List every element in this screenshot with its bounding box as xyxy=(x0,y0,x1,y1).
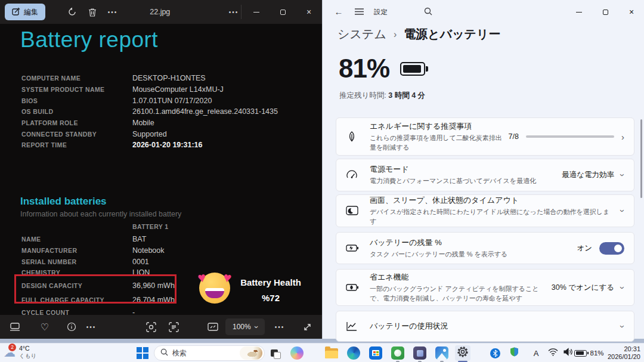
hamburger-menu-icon[interactable] xyxy=(350,2,368,20)
eco-battery-icon xyxy=(346,283,360,292)
battery-icon xyxy=(400,62,425,76)
start-button[interactable] xyxy=(135,345,150,361)
page-title: 電源とバッテリー xyxy=(404,26,500,42)
power-mode-dropdown[interactable]: › xyxy=(618,174,627,177)
battery-tray-percent: 81% xyxy=(590,349,603,357)
estimate-label: 推定残り時間: xyxy=(339,91,386,100)
titlebar-divider xyxy=(241,5,242,19)
photos-window: 編集 ••• 22.jpg ••• × Batte xyxy=(0,0,322,339)
card-title: 省エネ機能 xyxy=(370,272,546,283)
taskbar-search-box[interactable]: 検索 xyxy=(154,345,265,361)
battery-column-header: BATTERY 1 xyxy=(132,223,169,230)
energy-saver-setting: 30% でオンにする xyxy=(552,283,614,293)
chevron-down-icon: › xyxy=(252,326,260,328)
purple-app-icon xyxy=(413,346,426,360)
clock[interactable]: 20:31 2026/01/20 xyxy=(608,345,640,361)
screen-timeout-icon xyxy=(346,206,360,216)
edge-button[interactable] xyxy=(346,345,361,361)
card-energy-recommendations[interactable]: エネルギーに関する推奨事項 これらの推奨事項を適用して二酸化炭素排出量を削減する… xyxy=(336,117,634,156)
gallery-icon[interactable] xyxy=(5,318,25,336)
weather-widget[interactable]: ☁2 4°C くもり xyxy=(4,345,36,360)
table-row: BIOS1.07.01TUN 07/17/2020 xyxy=(21,95,308,106)
search-icon[interactable] xyxy=(419,2,437,20)
settings-app-button[interactable] xyxy=(455,345,470,361)
table-row: SERIAL NUMBER0001 xyxy=(21,256,308,267)
expand-chevron[interactable]: › xyxy=(618,209,627,212)
zoom-level-control[interactable]: 100% › xyxy=(225,318,265,335)
photos-app-button[interactable] xyxy=(434,345,450,361)
bluetooth-icon xyxy=(490,348,500,358)
recommendations-progressbar xyxy=(526,135,614,138)
battery-percent-value: 81% xyxy=(339,54,389,83)
cloud-icon: ☁2 xyxy=(4,345,16,360)
gear-icon xyxy=(457,346,469,360)
search-placeholder: 検索 xyxy=(172,348,240,358)
ime-indicator[interactable]: A xyxy=(530,346,543,360)
more-view-options-icon[interactable]: ••• xyxy=(270,318,290,336)
card-screen-sleep-timeout[interactable]: 画面、スリープ、休止状態のタイムアウト デバイスが指定された時間にわたりアイドル… xyxy=(336,194,634,227)
delete-icon[interactable] xyxy=(82,3,103,21)
green-app-button[interactable] xyxy=(390,345,405,361)
fit-to-window-icon[interactable] xyxy=(203,318,223,336)
card-energy-saver: 省エネ機能 一部のバックグラウンド アクティビティを制限することで、電力消費を削… xyxy=(336,269,634,306)
table-row: CONNECTED STANDBYSupported xyxy=(21,128,308,140)
edit-button-label: 編集 xyxy=(24,7,38,17)
battery-status: 81% xyxy=(339,54,425,83)
minimize-button[interactable] xyxy=(243,0,270,24)
search-icon xyxy=(160,348,168,358)
minimize-button[interactable] xyxy=(566,0,592,24)
copilot-button[interactable] xyxy=(289,345,305,361)
battery-percent-toggle[interactable] xyxy=(599,242,624,255)
breadcrumb-system[interactable]: システム xyxy=(338,26,386,42)
table-row: MANUFACTURERNotebook xyxy=(21,245,308,256)
maximize-button[interactable] xyxy=(592,0,618,24)
edit-button[interactable]: 編集 xyxy=(5,4,45,20)
fullscreen-icon[interactable] xyxy=(297,318,317,336)
expand-chevron[interactable]: › xyxy=(618,325,627,328)
favorite-icon[interactable]: ♡ xyxy=(35,318,55,336)
battery-tray-icon xyxy=(574,350,587,357)
security-tray-button[interactable] xyxy=(507,346,521,360)
scrollbar[interactable] xyxy=(640,119,642,198)
table-row: NAMEBAT xyxy=(21,234,308,245)
bluetooth-tray-button[interactable] xyxy=(488,346,502,360)
store-button[interactable] xyxy=(368,345,383,361)
battery-estimate: 推定残り時間: 3 時間 4 分 xyxy=(339,91,425,101)
more-options-icon[interactable]: ••• xyxy=(103,3,123,21)
wifi-icon xyxy=(548,348,558,358)
heart-eyes-emoji: ♥ ♥ xyxy=(199,273,230,304)
energy-saver-dropdown[interactable]: › xyxy=(618,286,627,289)
more-tools-icon[interactable]: ••• xyxy=(81,318,101,336)
info-icon[interactable] xyxy=(61,318,82,336)
edit-pen-icon xyxy=(12,7,20,17)
battery-tray-button[interactable]: 81% xyxy=(574,346,604,360)
card-title: バッテリーの使用状況 xyxy=(370,321,615,332)
wifi-tray-button[interactable] xyxy=(546,346,560,360)
photos-window-controls: × xyxy=(243,0,322,24)
chart-line-icon xyxy=(346,321,360,332)
text-actions-icon[interactable] xyxy=(163,318,184,336)
card-subtitle: 電力消費とパフォーマンスに基づいてデバイスを最適化 xyxy=(370,177,556,186)
maximize-button[interactable] xyxy=(270,0,296,24)
close-button[interactable]: × xyxy=(296,0,322,24)
task-view-button[interactable] xyxy=(267,345,282,361)
file-explorer-button[interactable] xyxy=(324,345,339,361)
battery-health-value: %72 xyxy=(236,293,305,303)
purple-app-button[interactable] xyxy=(412,345,428,361)
zoom-level-value: 100% xyxy=(233,323,251,331)
chevron-right-icon: › xyxy=(621,132,624,141)
breadcrumb-separator-icon: › xyxy=(394,29,397,40)
breadcrumb: システム › 電源とバッテリー xyxy=(338,26,501,42)
installed-batteries-heading: Installed batteries xyxy=(20,196,107,208)
table-row: CYCLE COUNT- xyxy=(21,307,308,315)
settings-titlebar: ← 設定 × xyxy=(323,0,644,23)
volume-tray-button[interactable] xyxy=(561,346,575,360)
desktop: 編集 ••• 22.jpg ••• × Batte xyxy=(0,0,644,362)
rotate-icon[interactable] xyxy=(62,3,82,21)
close-button[interactable]: × xyxy=(618,0,644,24)
store-icon xyxy=(369,346,382,360)
table-row: COMPUTER NAMEDESKTOP-H1ONTES xyxy=(21,73,308,84)
card-battery-usage[interactable]: バッテリーの使用状況 › xyxy=(336,311,634,342)
back-icon[interactable]: ← xyxy=(330,2,348,20)
visual-search-icon[interactable] xyxy=(141,318,161,336)
